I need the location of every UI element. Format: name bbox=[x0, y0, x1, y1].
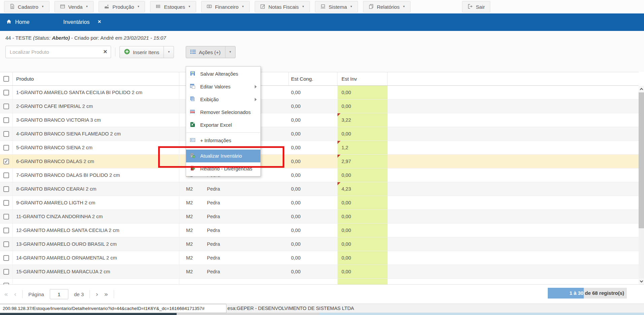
excel-icon bbox=[190, 122, 195, 128]
unit-cell: M2 bbox=[179, 224, 203, 237]
row-checkbox[interactable] bbox=[3, 241, 9, 247]
unit-cell: M2 bbox=[179, 182, 203, 196]
page-number-input[interactable] bbox=[50, 289, 68, 299]
row-checkbox[interactable] bbox=[3, 269, 9, 275]
close-icon[interactable]: ✕ bbox=[98, 19, 101, 24]
est-inv-cell[interactable] bbox=[337, 279, 388, 284]
scroll-up-button[interactable] bbox=[639, 86, 644, 92]
table-row[interactable]: 8-GRANITO BRANCO CEARAI 2 cm M2 Pedra 0,… bbox=[0, 182, 639, 196]
menu-sistema[interactable]: Sistema ▼ bbox=[315, 1, 358, 12]
vertical-scrollbar[interactable] bbox=[639, 86, 644, 284]
menu-financeiro[interactable]: Financeiro ▼ bbox=[201, 1, 250, 12]
home-icon bbox=[6, 19, 12, 26]
menu-item-salvar-alteracoes[interactable]: Salvar Alterações bbox=[186, 68, 260, 80]
edit-values-icon bbox=[190, 83, 195, 90]
filler-cell bbox=[388, 86, 639, 99]
row-checkbox[interactable] bbox=[3, 131, 9, 137]
update-inventory-icon bbox=[190, 153, 195, 159]
insert-items-button[interactable]: Inserir Itens ▼ bbox=[119, 46, 174, 58]
est-inv-cell[interactable]: 0,00 bbox=[337, 224, 388, 237]
menu-label: Sistema bbox=[329, 4, 347, 10]
est-inv-cell[interactable]: 0,00 bbox=[337, 127, 388, 141]
filler-cell bbox=[388, 196, 639, 209]
menu-cadastro[interactable]: Cadastro ▼ bbox=[4, 1, 49, 12]
table-row[interactable]: 11-GRANITO CINZA ANDORINHA 2 cm M2 Pedra… bbox=[0, 210, 639, 224]
est-inv-cell[interactable]: 0,00 bbox=[337, 265, 388, 278]
table-row[interactable]: 7-GRANITO BRANCO DALAS BI POLIDO 2 cm M2… bbox=[0, 168, 639, 182]
menu-item-label: Editar Valores bbox=[200, 84, 230, 89]
first-page-button[interactable]: « bbox=[4, 291, 8, 298]
menu-estoques[interactable]: Estoques ▼ bbox=[150, 1, 196, 12]
table-row[interactable]: 12-GRANITO AMARELO SANTA CECILIA 2 cm M2… bbox=[0, 224, 639, 237]
menu-label: Financeiro bbox=[215, 4, 239, 10]
table-row[interactable]: 15-GRANITO AMARELO MARACUJA 2 cm M2 Pedr… bbox=[0, 265, 639, 279]
row-checkbox[interactable] bbox=[3, 214, 9, 220]
est-inv-cell[interactable]: 2,97 bbox=[337, 155, 388, 168]
column-header-est-inv[interactable]: Est Inv bbox=[337, 72, 388, 85]
table-row[interactable]: 6-GRANITO BRANCO DALAS 2 cm M2 Pedra 0,0… bbox=[0, 155, 639, 168]
row-checkbox[interactable] bbox=[3, 172, 9, 178]
menu-item-mais-informacoes[interactable]: + Informações bbox=[186, 134, 260, 147]
scroll-down-button[interactable] bbox=[639, 278, 644, 284]
table-row[interactable]: 2-GRANITO CAFE IMPERIAL 2 cm M2 Pedra 0,… bbox=[0, 100, 639, 113]
est-inv-cell[interactable]: 0,00 bbox=[337, 237, 388, 251]
tab-inventarios[interactable]: Inventários ✕ bbox=[50, 13, 103, 31]
est-inv-cell[interactable]: 0,00 bbox=[337, 196, 388, 209]
product-cell: 8-GRANITO BRANCO CEARAI 2 cm bbox=[13, 182, 179, 196]
table-row[interactable]: 9-GRANITO AMARELO LIGTH 2 cm M2 Pedra 0,… bbox=[0, 196, 639, 210]
menu-item-atualizar-inventario[interactable]: Atualizar Inventário bbox=[186, 150, 260, 162]
menu-notas-fiscais[interactable]: Notas Fiscais ▼ bbox=[255, 1, 310, 12]
row-checkbox[interactable] bbox=[3, 104, 9, 109]
next-page-button[interactable]: › bbox=[96, 291, 98, 298]
row-checkbox[interactable] bbox=[3, 228, 9, 233]
scrollbar-thumb[interactable] bbox=[639, 92, 644, 228]
est-inv-cell[interactable]: 3,22 bbox=[337, 113, 388, 127]
row-checkbox[interactable] bbox=[3, 159, 9, 164]
clear-search-icon[interactable]: ✕ bbox=[103, 49, 107, 55]
insert-items-dropdown-arrow[interactable]: ▼ bbox=[164, 46, 174, 58]
est-inv-cell[interactable]: 0,00 bbox=[337, 251, 388, 265]
table-row[interactable]: 1-GRANITO AMARELO SANTA CECILIA BI POLID… bbox=[0, 86, 639, 100]
est-inv-cell[interactable]: 0,00 bbox=[337, 86, 388, 99]
row-checkbox[interactable] bbox=[3, 90, 9, 95]
est-inv-cell[interactable]: 0,00 bbox=[337, 210, 388, 223]
menu-venda[interactable]: Venda ▼ bbox=[55, 1, 94, 12]
table-row[interactable]: 5-GRANITO BRANCO SIENA 2 cm M2 Pedra 0,0… bbox=[0, 141, 639, 155]
row-checkbox[interactable] bbox=[3, 200, 9, 206]
select-all-checkbox[interactable] bbox=[3, 76, 9, 82]
last-page-button[interactable]: » bbox=[104, 291, 108, 298]
table-row[interactable] bbox=[0, 279, 639, 284]
menu-producao[interactable]: Produção ▼ bbox=[99, 1, 145, 12]
prev-page-button[interactable]: ‹ bbox=[14, 291, 16, 298]
table-row[interactable]: 14-GRANITO AMARELO ORNAMENTAL 2 cm M2 Pe… bbox=[0, 251, 639, 265]
menu-item-relatorio-divergencias[interactable]: Relatório - Divergências bbox=[186, 162, 260, 175]
row-checkbox[interactable] bbox=[3, 255, 9, 261]
est-inv-cell[interactable]: 4,23 bbox=[337, 182, 388, 196]
menu-item-remover-selecionados[interactable]: Remover Selecionados bbox=[186, 106, 260, 119]
est-inv-cell[interactable]: 0,00 bbox=[337, 100, 388, 113]
tab-home[interactable]: Home bbox=[0, 13, 50, 31]
submenu-arrow-icon bbox=[255, 98, 257, 101]
est-cong-cell: 0,00 bbox=[289, 100, 337, 113]
est-inv-cell[interactable]: 1,2 bbox=[337, 141, 388, 154]
table-row[interactable]: 3-GRANITO BRANCO VICTORIA 3 cm M2 Pedra … bbox=[0, 113, 639, 127]
menu-label: Venda bbox=[68, 4, 83, 10]
actions-button[interactable]: Ações (+) ▼ bbox=[186, 46, 236, 58]
menu-item-exibicao[interactable]: Exibição bbox=[186, 93, 260, 106]
column-header-est-cong[interactable]: Est Cong. bbox=[289, 72, 337, 85]
row-checkbox[interactable] bbox=[3, 117, 9, 123]
menu-item-editar-valores[interactable]: Editar Valores bbox=[186, 80, 260, 93]
search-input[interactable] bbox=[5, 46, 111, 58]
row-checkbox[interactable] bbox=[3, 186, 9, 192]
menu-relatorios[interactable]: Relatórios ▼ bbox=[363, 1, 410, 12]
menu-item-exportar-excel[interactable]: Exportar Excel bbox=[186, 119, 260, 131]
row-checkbox[interactable] bbox=[3, 145, 9, 151]
est-inv-cell[interactable]: 0,00 bbox=[337, 168, 388, 182]
table-header: Produto Est Cong. Est Inv bbox=[0, 72, 639, 86]
menu-item-label: Salvar Alterações bbox=[200, 71, 238, 77]
table-row[interactable]: 13-GRANITO AMARELO OURO BRASIL 2 cm M2 P… bbox=[0, 237, 639, 251]
column-header-produto[interactable]: Produto bbox=[13, 72, 179, 85]
actions-dropdown-arrow[interactable]: ▼ bbox=[225, 46, 235, 58]
menu-sair[interactable]: Sair bbox=[462, 1, 490, 12]
table-row[interactable]: 4-GRANITO BRANCO SIENA FLAMEADO 2 cm M2 … bbox=[0, 127, 639, 141]
